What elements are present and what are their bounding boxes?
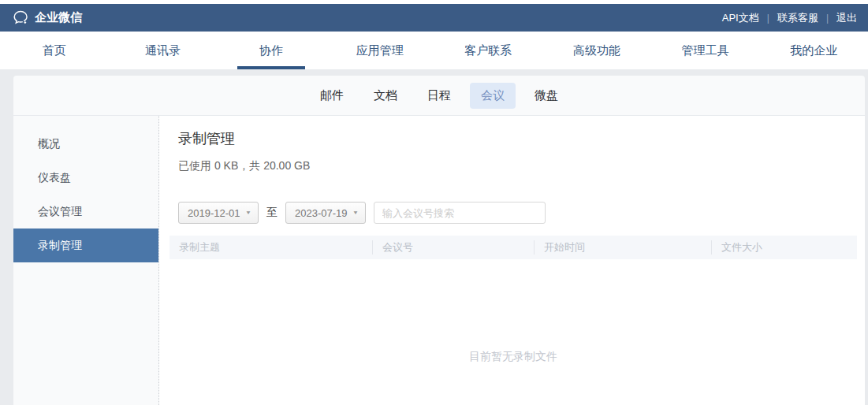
chevron-down-icon: ▼ (352, 210, 359, 215)
content-panel: 邮件 文档 日程 会议 微盘 概况 仪表盘 会议管理 录制管理 录制管理 已使用… (13, 76, 865, 405)
sidebar: 概况 仪表盘 会议管理 录制管理 (13, 116, 159, 405)
table-header-row: 录制主题 会议号 开始时间 文件大小 (170, 236, 857, 259)
filter-bar: 2019-12-01 ▼ 至 2023-07-19 ▼ (178, 202, 857, 224)
sidebar-item-overview[interactable]: 概况 (13, 127, 158, 161)
tab-schedule[interactable]: 日程 (416, 83, 462, 109)
tab-drive[interactable]: 微盘 (523, 83, 569, 109)
nav-label: 高级功能 (573, 43, 620, 58)
brand[interactable]: 企业微信 (13, 9, 82, 26)
subnav-tabs: 邮件 文档 日程 会议 微盘 (13, 76, 865, 116)
tab-label: 微盘 (535, 88, 558, 102)
sidebar-item-label: 录制管理 (38, 239, 82, 251)
sidebar-item-label: 会议管理 (38, 205, 82, 217)
tab-meeting[interactable]: 会议 (470, 83, 516, 109)
topbar-link-logout[interactable]: 退出 (836, 11, 857, 25)
nav-item-contacts[interactable]: 通讯录 (109, 32, 218, 69)
nav-label: 管理工具 (682, 43, 729, 58)
divider: | (767, 13, 769, 24)
nav-item-app-management[interactable]: 应用管理 (326, 32, 434, 69)
nav-label: 我的企业 (790, 43, 837, 58)
nav-item-management-tools[interactable]: 管理工具 (651, 32, 760, 69)
nav-item-customer-contact[interactable]: 客户联系 (434, 32, 543, 69)
tab-label: 文档 (374, 88, 397, 102)
topbar-link-api-docs[interactable]: API文档 (722, 11, 759, 25)
page-title: 录制管理 (178, 129, 857, 148)
end-date-select[interactable]: 2023-07-19 ▼ (285, 202, 366, 224)
page-body: 邮件 文档 日程 会议 微盘 概况 仪表盘 会议管理 录制管理 录制管理 已使用… (0, 69, 868, 405)
date-range-separator: 至 (266, 206, 278, 220)
nav-item-collaboration[interactable]: 协作 (217, 32, 326, 69)
topbar: 企业微信 API文档 | 联系客服 | 退出 (0, 4, 868, 32)
col-start-time: 开始时间 (534, 240, 711, 255)
tab-label: 会议 (481, 88, 505, 102)
start-date-select[interactable]: 2019-12-01 ▼ (178, 202, 259, 224)
nav-item-my-enterprise[interactable]: 我的企业 (759, 32, 868, 69)
tab-mail[interactable]: 邮件 (309, 83, 355, 109)
nav-label: 协作 (259, 43, 283, 58)
nav-label: 通讯录 (145, 43, 181, 58)
start-date-value: 2019-12-01 (188, 207, 240, 219)
col-recording-topic: 录制主题 (170, 240, 372, 255)
nav-item-advanced-features[interactable]: 高级功能 (542, 32, 651, 69)
sidebar-item-label: 概况 (38, 137, 60, 150)
empty-state-text: 目前暂无录制文件 (170, 350, 857, 364)
nav-label: 客户联系 (464, 43, 512, 58)
divider: | (826, 13, 829, 24)
meeting-id-search-input[interactable] (374, 202, 546, 224)
nav-item-home[interactable]: 首页 (0, 32, 109, 69)
sidebar-item-dashboard[interactable]: 仪表盘 (13, 161, 158, 195)
sidebar-item-recording-management[interactable]: 录制管理 (13, 229, 158, 262)
nav-label: 首页 (43, 43, 66, 58)
col-meeting-id: 会议号 (372, 240, 534, 255)
tab-label: 日程 (427, 88, 451, 102)
sidebar-item-meeting-management[interactable]: 会议管理 (13, 195, 158, 229)
wechat-work-logo-icon (13, 9, 29, 26)
end-date-value: 2023-07-19 (295, 207, 348, 219)
brand-name: 企业微信 (35, 10, 82, 25)
sidebar-item-label: 仪表盘 (38, 171, 71, 184)
nav-label: 应用管理 (356, 43, 404, 58)
col-file-size: 文件大小 (711, 240, 857, 255)
chevron-down-icon: ▼ (245, 210, 251, 215)
storage-usage-text: 已使用 0 KB，共 20.00 GB (178, 159, 857, 173)
topbar-links: API文档 | 联系客服 | 退出 (722, 11, 857, 25)
topbar-link-contact-support[interactable]: 联系客服 (777, 11, 818, 25)
tab-label: 邮件 (320, 88, 344, 102)
panel-body: 概况 仪表盘 会议管理 录制管理 录制管理 已使用 0 KB，共 20.00 G… (13, 116, 865, 405)
tab-docs[interactable]: 文档 (363, 83, 408, 109)
main-nav: 首页 通讯录 协作 应用管理 客户联系 高级功能 管理工具 我的企业 (0, 32, 868, 69)
main-content: 录制管理 已使用 0 KB，共 20.00 GB 2019-12-01 ▼ 至 … (159, 116, 865, 405)
